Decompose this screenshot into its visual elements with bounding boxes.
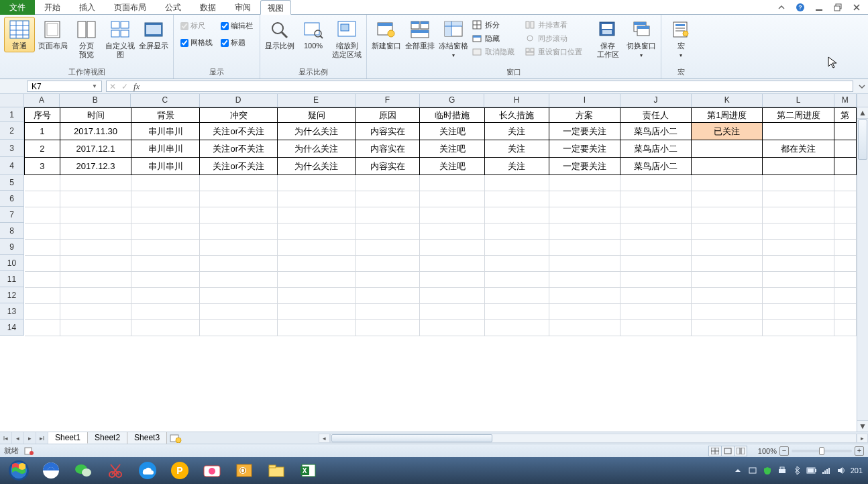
tab-formula[interactable]: 公式 <box>156 0 191 15</box>
gridlines-checkbox[interactable]: 网格线 <box>180 38 213 48</box>
table-cell[interactable] <box>420 256 484 272</box>
table-header-cell[interactable]: 第 <box>834 108 856 123</box>
view-normal-status-icon[interactable] <box>708 446 722 456</box>
table-cell[interactable] <box>692 140 763 158</box>
table-cell[interactable]: 关注吧 <box>420 123 484 140</box>
table-header-cell[interactable]: 临时措施 <box>420 108 484 123</box>
table-cell[interactable] <box>278 320 356 336</box>
tray-clock[interactable]: 201 <box>851 466 863 475</box>
headings-checkbox[interactable]: 标题 <box>221 38 253 48</box>
table-cell[interactable] <box>620 272 692 288</box>
table-cell[interactable] <box>420 240 484 256</box>
row-header[interactable]: 10 <box>0 255 24 271</box>
table-cell[interactable] <box>60 240 131 256</box>
table-cell[interactable] <box>692 158 763 175</box>
table-cell[interactable] <box>420 207 484 223</box>
table-cell[interactable] <box>278 207 356 223</box>
formula-input[interactable] <box>142 81 853 91</box>
table-cell[interactable]: 关注or不关注 <box>200 158 278 175</box>
table-cell[interactable]: 菜鸟店小二 <box>620 158 692 175</box>
table-cell[interactable] <box>549 175 620 191</box>
table-cell[interactable] <box>25 320 60 336</box>
scroll-down-icon[interactable]: ▼ <box>857 420 868 432</box>
table-cell[interactable]: 内容实在 <box>356 140 420 158</box>
row-header[interactable]: 4 <box>0 157 24 175</box>
table-cell[interactable] <box>763 158 834 175</box>
table-cell[interactable]: 2017.12.1 <box>60 140 131 158</box>
table-cell[interactable] <box>60 175 131 191</box>
table-cell[interactable]: 为什么关注 <box>278 123 356 140</box>
zoom-in-button[interactable]: + <box>855 446 864 456</box>
tray-action-center-icon[interactable] <box>747 465 758 476</box>
minimize-ribbon-icon[interactable] <box>774 1 789 13</box>
table-cell[interactable] <box>356 191 420 207</box>
table-cell[interactable] <box>420 175 484 191</box>
row-header[interactable]: 14 <box>0 319 24 336</box>
table-cell[interactable] <box>131 175 200 191</box>
table-cell[interactable] <box>484 272 549 288</box>
tray-battery-icon[interactable] <box>806 465 817 476</box>
column-header[interactable]: K <box>692 94 763 107</box>
table-cell[interactable] <box>549 223 620 240</box>
table-cell[interactable] <box>278 240 356 256</box>
table-cell[interactable] <box>25 240 60 256</box>
zoom-slider[interactable] <box>792 450 852 452</box>
table-cell[interactable] <box>692 240 763 256</box>
tray-volume-icon[interactable] <box>836 465 847 476</box>
freeze-panes-button[interactable]: 冻结窗格▾ <box>438 17 469 62</box>
table-cell[interactable] <box>25 223 60 240</box>
table-cell[interactable] <box>692 288 763 304</box>
table-cell[interactable] <box>484 288 549 304</box>
table-cell[interactable] <box>763 240 834 256</box>
table-cell[interactable] <box>420 304 484 320</box>
row-header[interactable]: 13 <box>0 303 24 319</box>
table-cell[interactable]: 内容实在 <box>356 158 420 175</box>
table-cell[interactable] <box>692 272 763 288</box>
table-cell[interactable] <box>549 207 620 223</box>
table-cell[interactable] <box>278 304 356 320</box>
table-cell[interactable] <box>484 175 549 191</box>
new-window-button[interactable]: 新建窗口 <box>371 17 402 52</box>
column-header[interactable]: A <box>24 94 60 107</box>
tab-nav-prev-icon[interactable]: ◂ <box>12 432 24 444</box>
table-cell[interactable] <box>484 223 549 240</box>
table-cell[interactable] <box>834 288 856 304</box>
table-cell[interactable] <box>549 256 620 272</box>
table-cell[interactable] <box>834 272 856 288</box>
table-cell[interactable]: 关注 <box>484 123 549 140</box>
table-cell[interactable] <box>692 175 763 191</box>
zoom-100-button[interactable]: 100% <box>298 17 329 52</box>
table-cell[interactable]: 关注or不关注 <box>200 123 278 140</box>
table-cell[interactable] <box>278 175 356 191</box>
hide-button[interactable]: 隐藏 <box>472 32 514 45</box>
table-cell[interactable] <box>620 256 692 272</box>
view-page-break-button[interactable]: 分页 预览 <box>71 17 102 61</box>
column-header[interactable]: J <box>620 94 692 107</box>
table-cell[interactable] <box>692 320 763 336</box>
table-cell[interactable] <box>549 240 620 256</box>
sheet-tab[interactable]: Sheet1 <box>48 432 88 444</box>
table-cell[interactable] <box>549 288 620 304</box>
table-cell[interactable] <box>620 191 692 207</box>
table-cell[interactable]: 关注吧 <box>420 158 484 175</box>
column-header[interactable]: C <box>131 94 199 107</box>
table-cell[interactable] <box>356 288 420 304</box>
table-cell[interactable]: 菜鸟店小二 <box>620 140 692 158</box>
table-cell[interactable] <box>484 191 549 207</box>
table-cell[interactable]: 一定要关注 <box>549 123 620 140</box>
grid-body[interactable]: 序号时间背景冲突疑问原因临时措施长久措施方案责任人第1周进度第二周进度第1201… <box>24 107 857 336</box>
table-cell[interactable]: 都在关注 <box>763 140 834 158</box>
zoom-slider-thumb[interactable] <box>819 447 824 455</box>
taskbar-cloud-icon[interactable] <box>131 458 164 483</box>
table-cell[interactable] <box>763 320 834 336</box>
hscroll-track[interactable] <box>330 434 857 443</box>
tab-layout[interactable]: 页面布局 <box>105 0 156 15</box>
table-cell[interactable] <box>25 256 60 272</box>
table-cell[interactable] <box>200 320 278 336</box>
column-header[interactable]: H <box>484 94 549 107</box>
taskbar-scissors-icon[interactable] <box>99 458 131 483</box>
zoom-button[interactable]: 显示比例 <box>264 17 295 52</box>
taskbar-wechat-icon[interactable] <box>67 458 99 483</box>
table-header-cell[interactable]: 原因 <box>356 108 420 123</box>
name-box-dropdown-icon[interactable]: ▼ <box>92 83 97 89</box>
